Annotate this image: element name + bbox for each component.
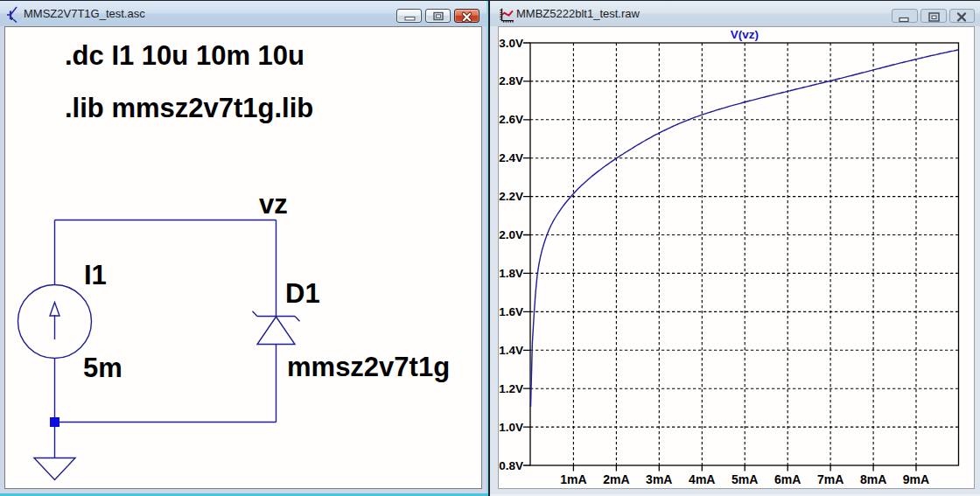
- svg-text:4mA: 4mA: [689, 472, 715, 486]
- svg-text:V(vz): V(vz): [731, 28, 759, 41]
- svg-text:2.6V: 2.6V: [499, 113, 523, 126]
- svg-text:6mA: 6mA: [774, 472, 801, 486]
- svg-text:1.6V: 1.6V: [499, 305, 523, 318]
- svg-text:7mA: 7mA: [817, 472, 844, 486]
- svg-text:1.8V: 1.8V: [499, 267, 523, 280]
- svg-text:0.8V: 0.8V: [499, 459, 523, 472]
- svg-text:3mA: 3mA: [646, 472, 672, 486]
- svg-text:2.4V: 2.4V: [499, 151, 523, 164]
- svg-text:9mA: 9mA: [903, 472, 929, 486]
- svg-text:2.2V: 2.2V: [499, 190, 523, 203]
- svg-text:2.0V: 2.0V: [499, 228, 523, 241]
- svg-text:1mA: 1mA: [560, 472, 586, 486]
- svg-text:5mA: 5mA: [732, 472, 758, 486]
- svg-text:2.8V: 2.8V: [499, 74, 523, 87]
- svg-text:1.0V: 1.0V: [499, 421, 523, 434]
- svg-text:1.2V: 1.2V: [499, 382, 523, 395]
- svg-text:3.0V: 3.0V: [499, 37, 523, 50]
- svg-text:1.4V: 1.4V: [499, 344, 523, 357]
- svg-text:2mA: 2mA: [603, 472, 629, 486]
- svg-text:8mA: 8mA: [860, 472, 886, 486]
